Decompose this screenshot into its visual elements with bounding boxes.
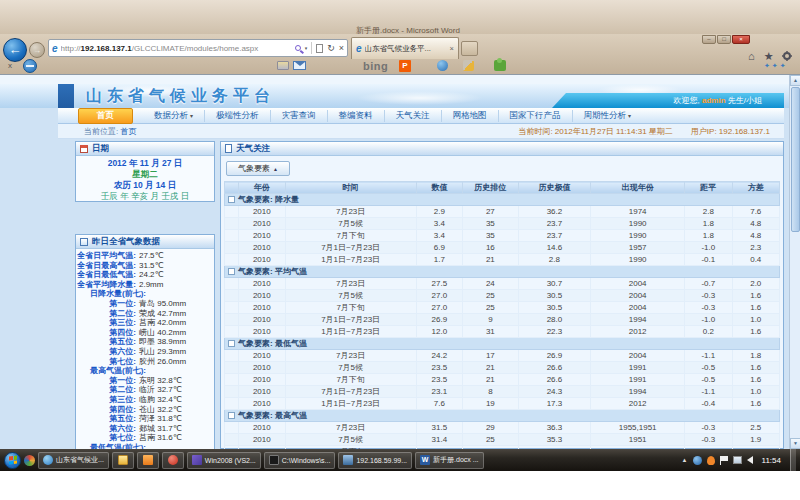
user-ip: 用户IP: 192.168.137.1 xyxy=(691,126,770,137)
home-icon[interactable]: ⌂ xyxy=(748,50,755,63)
header-cell: 历史排位 xyxy=(463,182,519,194)
addon-green-icon[interactable] xyxy=(494,60,506,71)
section-checkbox[interactable] xyxy=(228,268,235,275)
stat-value: 临朐 32.4℃ xyxy=(136,395,182,405)
new-tab-button[interactable] xyxy=(461,41,478,56)
cell: 23.7 xyxy=(518,230,591,242)
scrollbar-thumb[interactable] xyxy=(791,87,800,232)
close-button[interactable]: × xyxy=(732,35,750,44)
nav-item-4[interactable]: 整编资料 xyxy=(327,110,384,122)
addon-gold-icon[interactable] xyxy=(463,60,474,71)
calendar-panel-title: 日期 xyxy=(92,143,109,155)
tray-clock[interactable]: 11:54 xyxy=(758,456,785,465)
toolbar-more-icon[interactable]: ✦✦✦ xyxy=(764,62,788,70)
nav-item-0[interactable]: 首页 xyxy=(78,108,133,124)
tray-blue-icon[interactable] xyxy=(693,456,702,465)
scrollbar[interactable]: ▲ ▼ xyxy=(789,75,800,449)
cell: 1974 xyxy=(591,206,685,218)
stop-icon[interactable]: × xyxy=(339,43,344,53)
table-row: 20107月下旬27.02530.52004-0.31.6 xyxy=(225,302,780,314)
taskbar-item-3[interactable] xyxy=(162,452,184,469)
stat-value: 31.5℃ xyxy=(136,261,164,271)
settings-gear-icon[interactable] xyxy=(783,52,791,60)
bing-badge-icon[interactable]: P xyxy=(399,60,411,72)
nav-item-6[interactable]: 网格地图 xyxy=(441,110,498,122)
forward-button[interactable]: → xyxy=(29,42,45,58)
cell-spacer xyxy=(225,374,239,386)
cell: 26.9 xyxy=(518,350,591,362)
stat-value: 菏泽 31.8℃ xyxy=(136,414,182,424)
taskbar-item-5[interactable]: C:\Windows\s... xyxy=(264,452,336,469)
ie-favicon: e xyxy=(52,43,58,54)
cell: -1.1 xyxy=(685,386,732,398)
element-filter-button[interactable]: 气象要素 ▲ xyxy=(226,161,290,176)
taskbar-item-1[interactable] xyxy=(112,452,134,469)
stat-line: 第三位:莒南 42.0mm xyxy=(76,318,214,328)
nav-item-5[interactable]: 天气关注 xyxy=(384,110,441,122)
cell: 17.3 xyxy=(518,398,591,410)
scroll-up-icon[interactable]: ▲ xyxy=(790,75,800,86)
blocked-addon-icon[interactable] xyxy=(23,59,37,73)
cell-spacer xyxy=(225,230,239,242)
taskbar-item-7[interactable]: W新手册.docx ... xyxy=(415,452,484,469)
section-checkbox[interactable] xyxy=(228,340,235,347)
card-addon-icon[interactable] xyxy=(277,61,289,70)
taskbar-item-0[interactable]: 山东省气候业... xyxy=(38,452,109,469)
stat-line: 第七位:胶州 26.0mm xyxy=(76,357,214,367)
background-window-titlebar: 新手册.docx - Microsoft Word xyxy=(0,0,800,34)
cell: 21 xyxy=(463,362,519,374)
cell: -0.5 xyxy=(685,362,732,374)
maximize-button[interactable]: □ xyxy=(717,35,731,44)
cell-spacer xyxy=(225,398,239,410)
addon-blue-icon[interactable] xyxy=(437,60,448,71)
section-checkbox[interactable] xyxy=(228,196,235,203)
launcher-icon[interactable] xyxy=(24,455,35,466)
address-bar[interactable]: e http://192.168.137.1/GLCCLIMATE/module… xyxy=(48,39,348,57)
tray-expand-icon[interactable]: ▲ xyxy=(682,457,688,463)
tray-flame-icon[interactable] xyxy=(707,456,715,465)
taskbar-items: 山东省气候业...Win2008 (VS2...C:\Windows\s...1… xyxy=(38,452,484,469)
cell-spacer xyxy=(225,314,239,326)
cell: 23.1 xyxy=(416,386,462,398)
action-center-flag-icon[interactable] xyxy=(720,456,728,465)
compatibility-icon[interactable] xyxy=(316,44,323,53)
back-button[interactable]: ← xyxy=(3,38,27,62)
toolbar-close-icon[interactable]: x xyxy=(8,61,12,70)
cell: 27 xyxy=(463,206,519,218)
show-desktop-button[interactable] xyxy=(790,449,796,471)
tab-title[interactable]: 山东省气候业务平... xyxy=(365,44,450,54)
nav-item-3[interactable]: 灾害查询 xyxy=(270,110,327,122)
nav-item-7[interactable]: 国家下行产品 xyxy=(498,110,572,122)
cell: 1月1日~7月23日 xyxy=(285,398,416,410)
tab-close-icon[interactable]: × xyxy=(450,44,454,53)
url-text[interactable]: http://192.168.137.1/GLCCLIMATE/modules/… xyxy=(61,44,295,53)
refresh-icon[interactable]: ↻ xyxy=(327,43,335,53)
nav-item-8[interactable]: 周期性分析▾ xyxy=(572,110,643,122)
nav-item-1[interactable]: 数据分析▾ xyxy=(143,110,204,122)
network-icon[interactable] xyxy=(733,456,742,464)
windows-flag-icon xyxy=(9,456,17,465)
scroll-down-icon[interactable]: ▼ xyxy=(790,438,800,449)
header-cell: 数值 xyxy=(416,182,462,194)
browser-tab[interactable]: e 山东省气候业务平... × xyxy=(351,37,459,59)
search-caret-icon[interactable]: ▾ xyxy=(305,45,308,51)
cell-spacer xyxy=(225,290,239,302)
cell: -0.3 xyxy=(685,290,732,302)
minimize-button[interactable]: – xyxy=(702,35,716,44)
nav-item-2[interactable]: 极端性分析 xyxy=(204,110,270,122)
start-button[interactable] xyxy=(4,452,21,469)
stat-value: 苍山 32.2℃ xyxy=(136,405,182,415)
table-row: 20107月23日24.21726.92004-1.11.8 xyxy=(225,350,780,362)
taskbar-item-2[interactable] xyxy=(137,452,159,469)
table-row: 20101月1日~7月23日7.61917.32012-0.41.6 xyxy=(225,398,780,410)
section-checkbox[interactable] xyxy=(228,412,235,419)
search-icon[interactable] xyxy=(295,45,301,51)
taskbar-item-4[interactable]: Win2008 (VS2... xyxy=(187,452,261,469)
speaker-icon[interactable] xyxy=(747,456,753,464)
taskbar: 山东省气候业...Win2008 (VS2...C:\Windows\s...1… xyxy=(0,449,800,471)
taskbar-item-6[interactable]: 192.168.59.99... xyxy=(338,452,412,469)
cell: 2010 xyxy=(239,314,285,326)
cell: 7月下旬 xyxy=(285,374,416,386)
stat-label: 第六位: xyxy=(76,347,136,357)
mail-addon-icon[interactable] xyxy=(293,61,306,70)
